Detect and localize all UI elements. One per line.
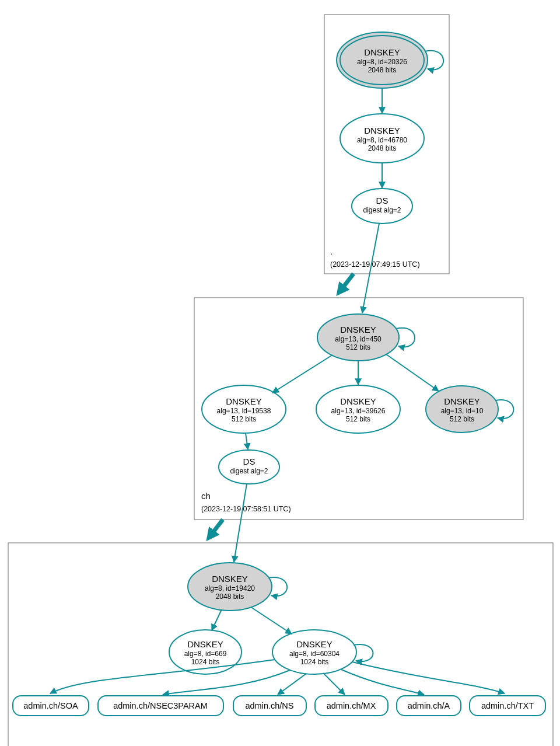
svg-text:512 bits: 512 bits (232, 415, 256, 423)
svg-text:512 bits: 512 bits (346, 343, 370, 351)
svg-text:alg=13, id=450: alg=13, id=450 (335, 335, 382, 343)
svg-text:DNSKEY: DNSKEY (226, 396, 262, 406)
admin-dnskey-zsk-60304: DNSKEY alg=8, id=60304 1024 bits (272, 630, 356, 674)
svg-text:2048 bits: 2048 bits (368, 144, 397, 152)
svg-text:DNSKEY: DNSKEY (364, 126, 400, 135)
svg-text:DS: DS (376, 196, 388, 205)
svg-text:2048 bits: 2048 bits (368, 66, 397, 74)
rr-txt: admin.ch/TXT (470, 696, 545, 716)
root-dnskey-zsk: DNSKEY alg=8, id=46780 2048 bits (340, 114, 424, 163)
svg-text:alg=8, id=46780: alg=8, id=46780 (357, 136, 407, 144)
svg-text:1024 bits: 1024 bits (191, 658, 220, 666)
edge-zsk2-nsec3 (163, 670, 290, 695)
edge-zsk2-soa (50, 660, 275, 693)
dnssec-graph: . (2023-12-19 07:49:15 UTC) DNSKEY alg=8… (0, 0, 560, 746)
svg-text:admin.ch/NSEC3PARAM: admin.ch/NSEC3PARAM (113, 701, 208, 710)
rr-a: admin.ch/A (397, 696, 461, 716)
zone-ts-ch: (2023-12-19 07:58:51 UTC) (201, 505, 291, 513)
svg-text:alg=13, id=39626: alg=13, id=39626 (331, 407, 386, 415)
svg-text:DNSKEY: DNSKEY (212, 574, 248, 584)
rr-mx: admin.ch/MX (315, 696, 388, 716)
root-ds: DS digest alg=2 (352, 189, 412, 224)
ch-dnskey-zsk-39626: DNSKEY alg=13, id=39626 512 bits (316, 385, 400, 433)
svg-text:DNSKEY: DNSKEY (364, 47, 400, 57)
svg-text:admin.ch/MX: admin.ch/MX (327, 701, 376, 710)
edge-zsk2-a (341, 670, 424, 695)
edge-zsk2-mx (323, 673, 345, 695)
svg-text:DNSKEY: DNSKEY (340, 325, 376, 334)
edge-admin-ksk-zsk1 (212, 609, 222, 630)
svg-text:admin.ch/NS: admin.ch/NS (245, 701, 293, 710)
rr-soa: admin.ch/SOA (13, 696, 89, 716)
svg-text:2048 bits: 2048 bits (216, 592, 244, 601)
svg-text:DS: DS (243, 456, 256, 466)
edge-admin-ksk-zsk2 (251, 607, 292, 634)
svg-text:DNSKEY: DNSKEY (340, 396, 376, 406)
ch-dnskey-standby: DNSKEY alg=13, id=10 512 bits (426, 386, 498, 433)
svg-text:alg=8, id=20326: alg=8, id=20326 (357, 58, 407, 66)
svg-text:DNSKEY: DNSKEY (444, 396, 480, 406)
admin-dnskey-ksk: DNSKEY alg=8, id=19420 2048 bits (188, 563, 272, 611)
svg-text:admin.ch/A: admin.ch/A (408, 701, 450, 710)
edge-zsk2-ns (278, 674, 306, 695)
zone-label-root: . (330, 246, 332, 256)
zone-label-ch: ch (201, 491, 211, 501)
edge-ch-zsk-ds (246, 433, 248, 449)
edge-ch-to-admin-delegation (209, 520, 223, 537)
admin-dnskey-zsk-669: DNSKEY alg=8, id=669 1024 bits (169, 630, 242, 674)
edge-root-to-ch-delegation (340, 274, 354, 292)
svg-text:digest alg=2: digest alg=2 (230, 467, 268, 475)
svg-text:512 bits: 512 bits (450, 415, 474, 423)
zone-ts-root: (2023-12-19 07:49:15 UTC) (330, 260, 420, 269)
edge-ch-ksk-zsk1 (272, 355, 332, 393)
edge-ch-ds-admin-ksk (234, 484, 247, 562)
svg-text:digest alg=2: digest alg=2 (363, 206, 401, 214)
svg-text:admin.ch/SOA: admin.ch/SOA (23, 701, 78, 710)
rr-nsec3param: admin.ch/NSEC3PARAM (98, 696, 223, 716)
svg-text:512 bits: 512 bits (346, 415, 370, 423)
svg-text:alg=8, id=60304: alg=8, id=60304 (289, 650, 340, 658)
edge-zsk2-txt (352, 662, 505, 693)
root-dnskey-ksk: DNSKEY alg=8, id=20326 2048 bits (337, 32, 428, 88)
edge-ch-ksk-standby (386, 354, 439, 391)
ch-dnskey-ksk: DNSKEY alg=13, id=450 512 bits (317, 314, 399, 361)
svg-text:admin.ch/TXT: admin.ch/TXT (481, 701, 534, 710)
ch-ds: DS digest alg=2 (219, 450, 279, 484)
rr-ns: admin.ch/NS (233, 696, 306, 716)
svg-text:DNSKEY: DNSKEY (187, 639, 223, 649)
svg-text:1024 bits: 1024 bits (300, 658, 329, 666)
svg-text:alg=13, id=10: alg=13, id=10 (441, 407, 484, 415)
svg-text:alg=8, id=669: alg=8, id=669 (184, 650, 227, 658)
svg-text:alg=13, id=19538: alg=13, id=19538 (217, 407, 271, 415)
svg-text:alg=8, id=19420: alg=8, id=19420 (205, 584, 255, 592)
svg-text:DNSKEY: DNSKEY (296, 639, 332, 649)
